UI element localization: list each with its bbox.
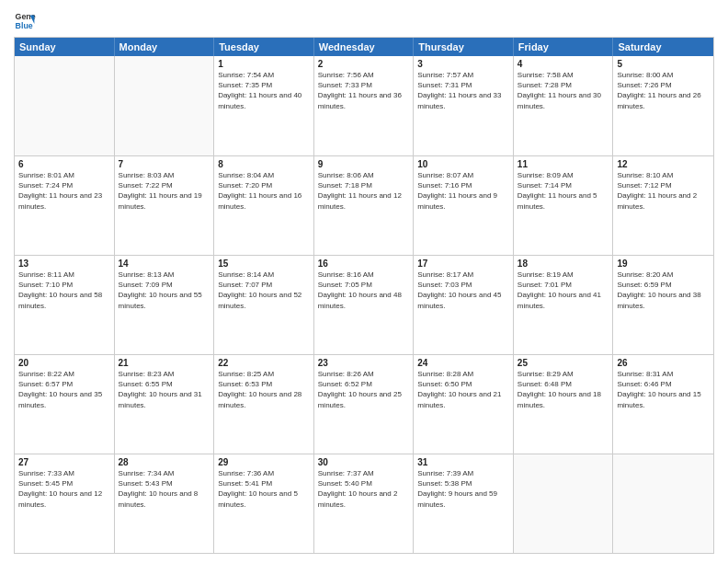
cell-info: Sunrise: 8:01 AMSunset: 7:24 PMDaylight:… [18,170,110,212]
day-number: 1 [218,59,310,69]
cell-info: Sunrise: 7:34 AMSunset: 5:43 PMDaylight:… [119,468,210,510]
day-cell-11: 11Sunrise: 8:09 AMSunset: 7:14 PMDayligh… [514,156,614,255]
day-cell-14: 14Sunrise: 8:13 AMSunset: 7:09 PMDayligh… [115,256,215,354]
day-number: 5 [617,59,710,69]
day-number: 28 [119,457,210,467]
day-number: 7 [119,159,210,169]
day-cell-28: 28Sunrise: 7:34 AMSunset: 5:43 PMDayligh… [115,454,215,553]
cell-info: Sunrise: 7:36 AMSunset: 5:41 PMDaylight:… [218,468,310,510]
day-number: 8 [218,159,310,169]
day-header-friday: Friday [514,38,614,56]
day-number: 10 [417,159,509,169]
day-number: 19 [617,259,710,269]
day-cell-20: 20Sunrise: 8:22 AMSunset: 6:57 PMDayligh… [15,355,115,454]
day-header-monday: Monday [115,38,215,56]
cell-info: Sunrise: 8:06 AMSunset: 7:18 PMDaylight:… [318,170,410,212]
cell-info: Sunrise: 7:39 AMSunset: 5:38 PMDaylight:… [417,468,509,510]
day-number: 20 [18,358,110,368]
day-number: 4 [518,59,609,69]
cell-info: Sunrise: 7:33 AMSunset: 5:45 PMDaylight:… [18,468,110,510]
day-cell-24: 24Sunrise: 8:28 AMSunset: 6:50 PMDayligh… [414,355,514,454]
day-cell-29: 29Sunrise: 7:36 AMSunset: 5:41 PMDayligh… [214,454,314,553]
day-number: 9 [318,159,410,169]
svg-text:Blue: Blue [16,21,33,30]
day-cell-23: 23Sunrise: 8:26 AMSunset: 6:52 PMDayligh… [314,355,415,454]
header: General Blue [14,9,714,31]
page: General Blue SundayMondayTuesdayWednesda… [0,0,728,563]
calendar: SundayMondayTuesdayWednesdayThursdayFrid… [14,37,714,554]
day-cell-7: 7Sunrise: 8:03 AMSunset: 7:22 PMDaylight… [115,156,215,255]
day-cell-6: 6Sunrise: 8:01 AMSunset: 7:24 PMDaylight… [15,156,115,255]
cell-info: Sunrise: 8:31 AMSunset: 6:46 PMDaylight:… [617,369,710,410]
day-number: 29 [218,457,310,467]
cell-info: Sunrise: 8:29 AMSunset: 6:48 PMDaylight:… [518,369,609,410]
day-cell-13: 13Sunrise: 8:11 AMSunset: 7:10 PMDayligh… [15,256,115,354]
day-cell-15: 15Sunrise: 8:14 AMSunset: 7:07 PMDayligh… [214,256,314,354]
day-number: 14 [119,259,210,269]
day-number: 18 [518,259,609,269]
day-number: 30 [318,457,410,467]
calendar-body: 1Sunrise: 7:54 AMSunset: 7:35 PMDaylight… [15,56,713,553]
cell-info: Sunrise: 8:00 AMSunset: 7:26 PMDaylight:… [617,70,710,111]
cell-info: Sunrise: 8:17 AMSunset: 7:03 PMDaylight:… [417,270,509,311]
day-number: 17 [417,259,509,269]
day-number: 3 [417,59,509,69]
day-number: 12 [617,159,710,169]
cell-info: Sunrise: 8:14 AMSunset: 7:07 PMDaylight:… [218,270,310,311]
day-cell-17: 17Sunrise: 8:17 AMSunset: 7:03 PMDayligh… [414,256,514,354]
cell-info: Sunrise: 8:09 AMSunset: 7:14 PMDaylight:… [518,170,609,212]
cell-info: Sunrise: 8:25 AMSunset: 6:53 PMDaylight:… [218,369,310,410]
cell-info: Sunrise: 7:58 AMSunset: 7:28 PMDaylight:… [518,70,609,111]
cell-info: Sunrise: 8:13 AMSunset: 7:09 PMDaylight:… [119,270,210,311]
day-header-sunday: Sunday [15,38,115,56]
day-header-thursday: Thursday [414,38,514,56]
logo: General Blue [14,9,40,31]
empty-cell [115,56,215,155]
day-number: 31 [417,457,509,467]
empty-cell [613,454,713,553]
empty-cell [514,454,614,553]
day-cell-25: 25Sunrise: 8:29 AMSunset: 6:48 PMDayligh… [514,355,614,454]
day-cell-27: 27Sunrise: 7:33 AMSunset: 5:45 PMDayligh… [15,454,115,553]
day-cell-16: 16Sunrise: 8:16 AMSunset: 7:05 PMDayligh… [314,256,415,354]
day-number: 11 [518,159,609,169]
calendar-row-2: 13Sunrise: 8:11 AMSunset: 7:10 PMDayligh… [15,255,713,354]
day-number: 26 [617,358,710,368]
cell-info: Sunrise: 7:56 AMSunset: 7:33 PMDaylight:… [318,70,410,111]
day-cell-10: 10Sunrise: 8:07 AMSunset: 7:16 PMDayligh… [414,156,514,255]
day-number: 21 [119,358,210,368]
cell-info: Sunrise: 8:23 AMSunset: 6:55 PMDaylight:… [119,369,210,410]
cell-info: Sunrise: 8:16 AMSunset: 7:05 PMDaylight:… [318,270,410,311]
day-header-wednesday: Wednesday [314,38,415,56]
day-number: 23 [318,358,410,368]
day-number: 27 [18,457,110,467]
cell-info: Sunrise: 8:04 AMSunset: 7:20 PMDaylight:… [218,170,310,212]
day-number: 13 [18,259,110,269]
day-number: 6 [18,159,110,169]
cell-info: Sunrise: 8:07 AMSunset: 7:16 PMDaylight:… [417,170,509,212]
calendar-header: SundayMondayTuesdayWednesdayThursdayFrid… [15,38,713,56]
day-number: 22 [218,358,310,368]
cell-info: Sunrise: 7:57 AMSunset: 7:31 PMDaylight:… [417,70,509,111]
day-cell-26: 26Sunrise: 8:31 AMSunset: 6:46 PMDayligh… [613,355,713,454]
day-cell-22: 22Sunrise: 8:25 AMSunset: 6:53 PMDayligh… [214,355,314,454]
day-cell-30: 30Sunrise: 7:37 AMSunset: 5:40 PMDayligh… [314,454,415,553]
day-header-tuesday: Tuesday [214,38,314,56]
day-cell-3: 3Sunrise: 7:57 AMSunset: 7:31 PMDaylight… [414,56,514,155]
day-header-saturday: Saturday [613,38,713,56]
cell-info: Sunrise: 8:11 AMSunset: 7:10 PMDaylight:… [18,270,110,311]
cell-info: Sunrise: 8:10 AMSunset: 7:12 PMDaylight:… [617,170,710,212]
cell-info: Sunrise: 8:26 AMSunset: 6:52 PMDaylight:… [318,369,410,410]
day-cell-4: 4Sunrise: 7:58 AMSunset: 7:28 PMDaylight… [514,56,614,155]
calendar-row-4: 27Sunrise: 7:33 AMSunset: 5:45 PMDayligh… [15,454,713,553]
day-cell-9: 9Sunrise: 8:06 AMSunset: 7:18 PMDaylight… [314,156,415,255]
cell-info: Sunrise: 8:03 AMSunset: 7:22 PMDaylight:… [119,170,210,212]
day-cell-12: 12Sunrise: 8:10 AMSunset: 7:12 PMDayligh… [613,156,713,255]
logo-icon: General Blue [14,9,36,31]
day-cell-1: 1Sunrise: 7:54 AMSunset: 7:35 PMDaylight… [214,56,314,155]
day-number: 15 [218,259,310,269]
day-cell-21: 21Sunrise: 8:23 AMSunset: 6:55 PMDayligh… [115,355,215,454]
cell-info: Sunrise: 8:22 AMSunset: 6:57 PMDaylight:… [18,369,110,410]
day-cell-18: 18Sunrise: 8:19 AMSunset: 7:01 PMDayligh… [514,256,614,354]
day-cell-5: 5Sunrise: 8:00 AMSunset: 7:26 PMDaylight… [613,56,713,155]
